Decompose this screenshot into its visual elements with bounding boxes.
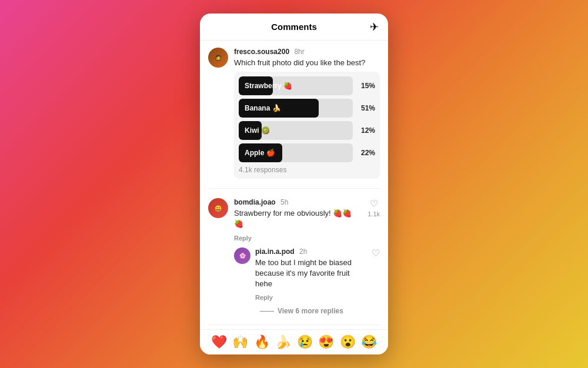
comment-content-bomdia: bomdia.joao 5h Strawberry for me obvious… (234, 198, 357, 242)
poll-option-banana[interactable]: Banana 🍌 51% (239, 99, 375, 118)
poll-label-banana: Banana 🍌 (245, 104, 281, 112)
poll-label-apple: Apple 🍎 (245, 149, 275, 157)
poll-bar-banana-bg: Banana 🍌 (239, 99, 353, 118)
comment-content-pia: pia.in.a.pod 2h Me too but I might be bi… (255, 247, 362, 303)
poll-bar-apple-bg: Apple 🍎 (239, 143, 353, 162)
poll-responses: 4.1k responses (239, 166, 375, 174)
comment-meta-bomdia: bomdia.joao 5h (234, 198, 357, 206)
avatar-pia[interactable]: 🌸 (234, 247, 250, 264)
reply-pia: 🌸 pia.in.a.pod 2h Me too but I might be … (234, 247, 380, 316)
view-more-line (260, 311, 274, 312)
emoji-wow[interactable]: 😮 (340, 334, 356, 350)
emoji-sad[interactable]: 😢 (297, 334, 313, 350)
comment-fresco: 🧔 fresco.sousa200 8hr Which fruit photo … (200, 41, 388, 186)
poll-label-kiwi: Kiwi 🥝 (245, 126, 270, 135)
emoji-heart[interactable]: ❤️ (211, 334, 227, 350)
emoji-banana[interactable]: 🍌 (275, 334, 291, 350)
time-pia: 2h (299, 247, 307, 256)
poll-option-apple[interactable]: Apple 🍎 22% (239, 143, 375, 162)
view-more-text[interactable]: View 6 more replies (278, 307, 343, 315)
emoji-raised-hands[interactable]: 🙌 (232, 334, 248, 350)
heart-icon-pia[interactable]: ♡ (372, 247, 380, 259)
comment-text-bomdia: Strawberry for me obviously! 🍓🍓🍓 (234, 208, 357, 229)
comment-meta-fresco: fresco.sousa200 8hr (234, 48, 380, 56)
avatar-bomdia[interactable]: 😄 (208, 198, 228, 218)
divider-1 (208, 188, 380, 189)
view-more-replies[interactable]: View 6 more replies (260, 307, 380, 315)
poll-percent-strawberry: 15% (358, 82, 375, 90)
poll-container: Strawberry 🍓 15% Banana 🍌 51% (234, 72, 380, 179)
reply-link-pia[interactable]: Reply (255, 294, 273, 301)
heart-icon-bomdia[interactable]: ♡ (370, 198, 378, 209)
header-title: Comments (271, 22, 317, 32)
comments-header: Comments ✈ (200, 14, 388, 41)
divider-2 (208, 324, 380, 325)
username-fresco[interactable]: fresco.sousa200 (234, 48, 289, 56)
like-section-pia: ♡ (372, 247, 380, 303)
time-bomdia: 5h (280, 198, 288, 206)
emoji-bar: ❤️ 🙌 🔥 🍌 😢 😍 😮 😂 (200, 329, 388, 354)
phone-frame: Comments ✈ 🧔 fresco.sousa200 8hr Which f… (200, 14, 388, 354)
like-section-bomdia: ♡ 1.1k (368, 198, 380, 242)
username-pia[interactable]: pia.in.a.pod (255, 247, 295, 256)
poll-percent-banana: 51% (358, 104, 375, 112)
poll-label-strawberry: Strawberry 🍓 (245, 82, 292, 90)
username-bomdia[interactable]: bomdia.joao (234, 198, 276, 206)
poll-bar-strawberry-bg: Strawberry 🍓 (239, 76, 353, 95)
comments-list: 🧔 fresco.sousa200 8hr Which fruit photo … (200, 41, 388, 329)
send-icon[interactable]: ✈ (370, 21, 379, 34)
emoji-fire[interactable]: 🔥 (254, 334, 270, 350)
comment-text-pia: Me too but I might be biased because it'… (255, 257, 362, 290)
comment-bomdia: 😄 bomdia.joao 5h Strawberry for me obvio… (200, 191, 388, 322)
reply-link-bomdia[interactable]: Reply (234, 235, 252, 242)
emoji-laugh[interactable]: 😂 (361, 334, 377, 350)
question-text: Which fruit photo did you like the best? (234, 58, 380, 68)
emoji-heart-eyes[interactable]: 😍 (318, 334, 334, 350)
avatar-fresco[interactable]: 🧔 (208, 48, 228, 68)
comment-content-fresco: fresco.sousa200 8hr Which fruit photo di… (234, 48, 380, 179)
poll-option-strawberry[interactable]: Strawberry 🍓 15% (239, 76, 375, 95)
poll-percent-apple: 22% (358, 149, 375, 157)
poll-option-kiwi[interactable]: Kiwi 🥝 12% (239, 121, 375, 140)
comment-meta-pia: pia.in.a.pod 2h (255, 247, 362, 256)
poll-bar-kiwi-bg: Kiwi 🥝 (239, 121, 353, 140)
like-count-bomdia: 1.1k (368, 210, 380, 218)
time-fresco: 8hr (294, 48, 304, 56)
poll-percent-kiwi: 12% (358, 126, 375, 135)
